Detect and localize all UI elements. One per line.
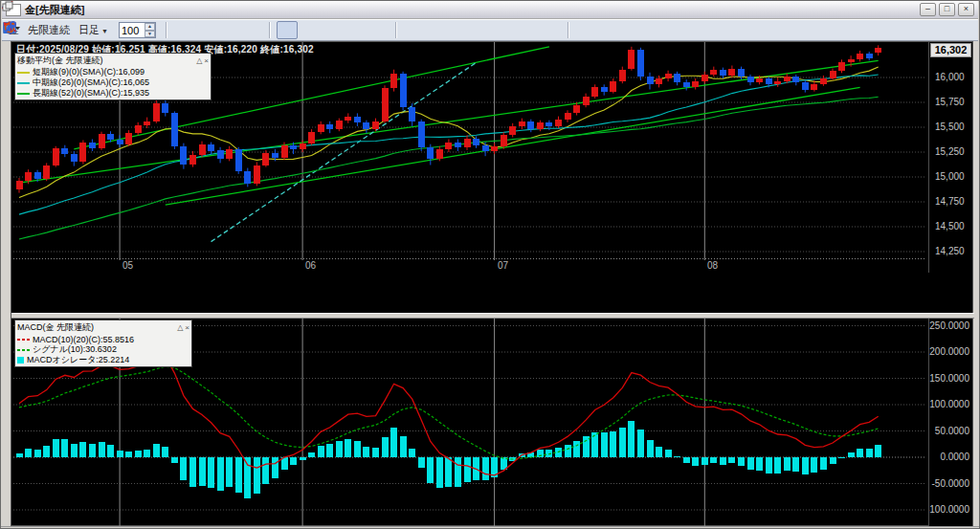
chart-area: 日付:2025/08/29 始値:16,251 高値:16,324 安値:16,… bbox=[11, 41, 973, 526]
legend-close-icon[interactable]: × bbox=[185, 323, 189, 332]
duplicate-window-icon[interactable] bbox=[901, 3, 917, 16]
macd-panel[interactable]: MACD(金 先限連続) △× MACD(10)(20)(C):55.8516 … bbox=[13, 319, 926, 526]
timeframe-select[interactable]: 日足▼ bbox=[78, 23, 108, 37]
spin-up-icon[interactable]: ▲ bbox=[145, 23, 155, 31]
month-label: 06 bbox=[305, 260, 316, 271]
ma-long-chip bbox=[17, 93, 30, 95]
indicator-preset-5-button[interactable] bbox=[541, 21, 562, 39]
new-chart-button[interactable] bbox=[323, 21, 344, 39]
indicator-preset-1-button[interactable] bbox=[449, 21, 470, 39]
indicator-preset-2-button[interactable] bbox=[472, 21, 493, 39]
grid-layout-button[interactable] bbox=[345, 21, 367, 39]
maximize-button[interactable]: □ bbox=[939, 3, 955, 16]
month-label: 07 bbox=[498, 260, 508, 271]
macd-osc-chip bbox=[17, 357, 24, 364]
macd-signal-chip bbox=[17, 349, 30, 351]
grid-dense-layout-button[interactable] bbox=[368, 21, 390, 39]
title-bar[interactable]: 金[先限連続] – □ × bbox=[2, 1, 978, 19]
price-panel[interactable]: 日付:2025/08/29 始値:16,251 高値:16,324 安値:16,… bbox=[13, 42, 926, 260]
bar-count-input[interactable] bbox=[120, 23, 145, 37]
ma-mid-chip bbox=[17, 82, 30, 84]
reload-window-icon[interactable] bbox=[882, 3, 899, 16]
indicator-preset-4-button[interactable] bbox=[518, 21, 539, 39]
macd-axis[interactable]: 250.0000200.0000150.0000100.000050.00000… bbox=[928, 319, 972, 526]
macd-legend[interactable]: MACD(金 先限連続) △× MACD(10)(20)(C):55.8516 … bbox=[14, 320, 192, 367]
pin-icon[interactable] bbox=[864, 3, 880, 16]
chevron-down-icon: ▼ bbox=[101, 28, 108, 34]
ma-short-chip bbox=[17, 72, 30, 74]
close-button[interactable]: × bbox=[958, 3, 974, 16]
chart-window: 金[先限連続] – □ × 金 先限連続 日足▼ ▲▼ bbox=[0, 0, 980, 529]
indicator-preset-3-button[interactable] bbox=[495, 21, 516, 39]
minimize-button[interactable]: – bbox=[920, 3, 936, 16]
ma-legend[interactable]: 移動平均(金 先限連続) △× 短期線(9)(0)(SMA)(C):16,099… bbox=[14, 53, 212, 100]
legend-collapse-icon[interactable]: △ bbox=[196, 56, 202, 65]
month-label: 08 bbox=[707, 260, 718, 271]
window-title: 金[先限連続] bbox=[25, 3, 84, 17]
price-axis[interactable]: 16,00015,75015,50015,25015,00014,75014,5… bbox=[928, 42, 972, 273]
time-axis[interactable]: 05060708 bbox=[13, 260, 926, 273]
toolbar: 金 先限連続 日足▼ ▲▼ bbox=[2, 19, 978, 41]
candlestick-chart-button[interactable] bbox=[277, 21, 298, 39]
legend-collapse-icon[interactable]: △ bbox=[177, 323, 183, 332]
compass-button[interactable] bbox=[300, 21, 321, 39]
trendline-tool-button[interactable] bbox=[242, 21, 263, 39]
month-label: 05 bbox=[122, 260, 133, 271]
macd-legend-item: MACDオシレータ:25.2214 bbox=[17, 355, 189, 365]
macd-legend-title: MACD(金 先限連続) bbox=[17, 321, 94, 334]
bar-count-spinner[interactable]: ▲▼ bbox=[119, 22, 156, 38]
contract-label[interactable]: 先限連続 bbox=[28, 23, 70, 37]
cursor-tool-button[interactable] bbox=[173, 21, 194, 39]
refresh-button[interactable] bbox=[575, 21, 596, 39]
legend-close-icon[interactable]: × bbox=[204, 56, 209, 65]
remove-indicator-button[interactable] bbox=[426, 21, 447, 39]
settings-wrench-icon[interactable] bbox=[952, 21, 973, 39]
ma-legend-item: 長期線(52)(0)(SMA)(C):15,935 bbox=[17, 88, 209, 99]
pencil-tool-button[interactable] bbox=[219, 21, 240, 39]
hand-tool-button[interactable] bbox=[196, 21, 217, 39]
indicator-histogram-button[interactable] bbox=[403, 21, 424, 39]
spin-down-icon[interactable]: ▼ bbox=[145, 31, 155, 38]
current-price-box: 16,302 bbox=[930, 43, 971, 57]
macd-line-chip bbox=[17, 339, 30, 341]
